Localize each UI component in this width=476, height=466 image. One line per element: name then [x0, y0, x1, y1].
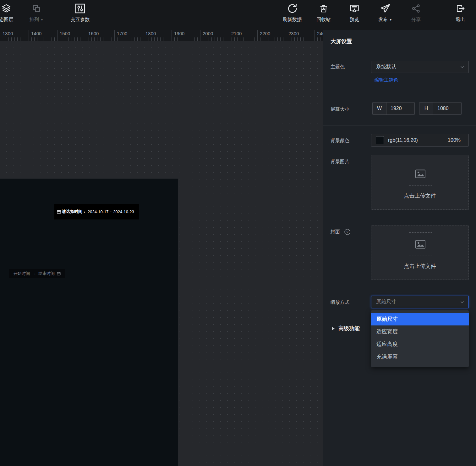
width-input-group: W 1920 — [372, 102, 415, 115]
ruler-label: 2300 — [288, 31, 299, 36]
date-range-picker-widget[interactable]: 开始时间 → 结束时间 — [9, 269, 65, 278]
scale-mode-value: 原始尺寸 — [376, 299, 460, 305]
cover-upload[interactable]: 点击上传文件 — [371, 225, 469, 280]
ruler-minor-tick — [31, 37, 32, 41]
ruler-label: 2400 — [317, 31, 323, 36]
toolbar-item[interactable]: 发布▼ — [376, 3, 394, 23]
svg-text:?: ? — [346, 230, 348, 234]
ruler-minor-tick — [220, 37, 221, 41]
ruler-minor-tick — [211, 37, 212, 41]
ruler-label: 1300 — [3, 31, 13, 36]
ruler-minor-tick — [14, 37, 15, 41]
toolbar-item[interactable]: 回收站 — [315, 3, 332, 23]
ruler-minor-tick — [74, 37, 75, 41]
ruler-minor-tick — [317, 37, 318, 41]
ruler-minor-tick — [192, 37, 192, 41]
cover-label: 封面 — [331, 229, 340, 235]
ruler-minor-tick — [72, 37, 72, 41]
toolbar-item[interactable]: 态图层 — [0, 3, 15, 23]
toolbar-item-label: 交互参数 — [71, 17, 90, 23]
date-range-display-widget[interactable]: 请选择时间： 2024-10-17 ~ 2024-10-23 — [54, 204, 139, 219]
upload-hint: 点击上传文件 — [371, 192, 468, 199]
toolbar-item-label: 刷新数据 — [283, 17, 302, 23]
ruler-minor-tick — [151, 37, 152, 41]
ruler-minor-tick — [123, 37, 123, 41]
ruler-minor-tick — [49, 37, 49, 41]
ruler-label: 2200 — [260, 31, 270, 36]
ruler-minor-tick — [126, 37, 126, 41]
dropdown-option[interactable]: 原始尺寸 — [371, 313, 469, 325]
toolbar-item[interactable]: 预览 — [346, 3, 363, 23]
ruler-minor-tick — [103, 37, 103, 41]
question-circle-icon[interactable]: ? — [344, 229, 351, 235]
divider — [323, 125, 476, 125]
start-time-placeholder: 开始时间 — [14, 271, 30, 276]
ruler-minor-tick — [63, 37, 63, 41]
toolbar-divider — [438, 3, 438, 23]
editor-canvas[interactable]: 请选择时间： 2024-10-17 ~ 2024-10-23 开始时间 → 结束… — [0, 41, 323, 466]
width-input[interactable]: 1920 — [386, 103, 414, 114]
height-input-group: H 1080 — [419, 102, 462, 115]
ruler-minor-tick — [237, 37, 238, 41]
bigscreen-artboard[interactable]: 请选择时间： 2024-10-17 ~ 2024-10-23 开始时间 → 结束… — [0, 179, 178, 466]
toolbar-item[interactable]: 退出 — [451, 3, 469, 23]
ruler-minor-tick — [60, 37, 60, 41]
ruler-minor-tick — [46, 37, 46, 41]
ruler-minor-tick — [43, 37, 43, 41]
ruler-minor-tick — [17, 37, 18, 41]
ruler-major-tick — [114, 30, 115, 41]
ruler-label: 1700 — [117, 31, 127, 36]
ruler-minor-tick — [40, 37, 40, 41]
background-image-label: 背景图片 — [331, 159, 349, 165]
background-color-field[interactable]: rgb(11,16,20) 100% — [371, 134, 469, 147]
ruler-major-tick — [29, 30, 29, 41]
advanced-section-toggle[interactable]: 高级功能 — [332, 325, 360, 332]
sliders-icon — [75, 3, 85, 14]
ruler-minor-tick — [234, 37, 235, 41]
toolbar-item[interactable]: 交互参数 — [71, 3, 90, 23]
dropdown-option[interactable]: 充满屏幕 — [371, 351, 469, 363]
ruler-minor-tick — [194, 37, 195, 41]
ruler-label: 1400 — [31, 31, 41, 36]
dropdown-option[interactable]: 适应高度 — [371, 338, 469, 351]
ruler-minor-tick — [68, 37, 69, 41]
ruler-minor-tick — [223, 37, 223, 41]
ruler-minor-tick — [297, 37, 298, 41]
ruler-major-tick — [286, 30, 286, 41]
background-color-value: rgb(11,16,20) — [388, 137, 418, 143]
toolbar-item-label: 态图层 — [0, 17, 14, 23]
ruler-minor-tick — [26, 37, 26, 41]
edit-theme-color-link[interactable]: 编辑主题色 — [375, 77, 398, 83]
color-swatch[interactable] — [376, 136, 384, 144]
caret-down-icon: ▼ — [389, 19, 392, 21]
toolbar-left-group: 态图层排列▼交互参数 — [0, 3, 90, 23]
toolbar-item-label: 退出 — [456, 17, 465, 23]
image-icon — [409, 232, 432, 256]
share-icon — [411, 3, 421, 14]
height-input[interactable]: 1080 — [433, 103, 461, 114]
divider — [323, 217, 476, 217]
background-image-upload[interactable]: 点击上传文件 — [371, 155, 469, 210]
theme-color-select[interactable]: 系统默认 — [371, 61, 469, 73]
ruler-minor-tick — [106, 37, 106, 41]
ruler-minor-tick — [100, 37, 101, 41]
ruler-minor-tick — [97, 37, 97, 41]
divider — [323, 287, 476, 287]
ruler-minor-tick — [249, 37, 249, 41]
ruler-minor-tick — [303, 37, 304, 41]
ruler-minor-tick — [280, 37, 281, 41]
ruler-minor-tick — [292, 37, 292, 41]
toolbar-item[interactable]: 刷新数据 — [283, 3, 302, 23]
background-color-opacity: 100% — [448, 137, 461, 143]
ruler-minor-tick — [240, 37, 240, 41]
caret-down-icon: ▼ — [41, 19, 43, 21]
scale-mode-select[interactable]: 原始尺寸 — [371, 296, 469, 308]
ruler-minor-tick — [34, 37, 35, 41]
ruler-minor-tick — [209, 37, 209, 41]
dropdown-option[interactable]: 适应宽度 — [371, 325, 469, 338]
ruler-minor-tick — [272, 37, 272, 41]
horizontal-ruler: 1300140015001600170018001900200021002200… — [0, 30, 323, 41]
ruler-minor-tick — [232, 37, 232, 41]
date-display-value: 2024-10-17 ~ 2024-10-23 — [88, 209, 134, 214]
ruler-minor-tick — [183, 37, 183, 41]
